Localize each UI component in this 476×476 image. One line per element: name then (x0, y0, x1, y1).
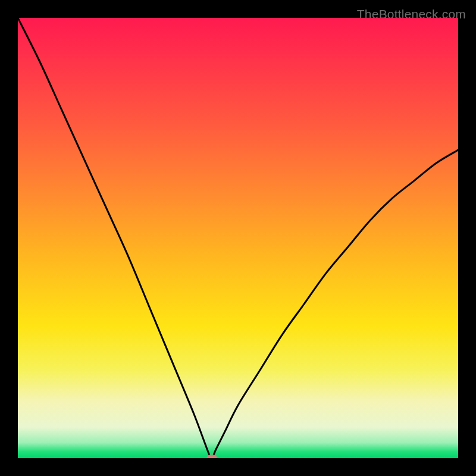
bottleneck-marker (206, 455, 217, 458)
chart-frame: TheBottleneck.com (9, 9, 467, 467)
plot-area (18, 18, 458, 458)
bottleneck-curve (18, 18, 458, 458)
curve-svg (18, 18, 458, 458)
